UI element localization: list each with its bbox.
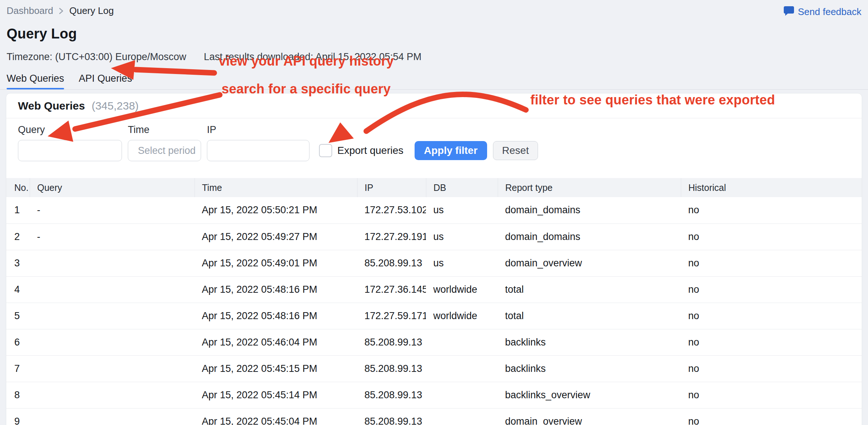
- ip-input[interactable]: [207, 140, 309, 161]
- meta-row: Timezone: (UTC+03:00) Europe/Moscow Last…: [0, 42, 868, 63]
- table-row: 3Apr 15, 2022 05:49:01 PM85.208.99.13usd…: [6, 250, 862, 276]
- table-cell: [426, 382, 498, 408]
- table-cell: backlinks: [498, 329, 681, 355]
- table-cell: 5: [6, 303, 30, 329]
- table-cell: 172.27.53.102: [357, 197, 426, 223]
- table-cell: [30, 303, 194, 329]
- table-cell: [426, 408, 498, 425]
- table-cell: Apr 15, 2022 05:49:27 PM: [194, 223, 357, 250]
- table-cell: [30, 355, 194, 382]
- filter-bar: Query Time Select period IP Export queri…: [6, 118, 862, 161]
- column-header-time: Time: [194, 178, 357, 197]
- queries-table: No.QueryTimeIPDBReport typeHistorical 1-…: [6, 178, 862, 425]
- filter-ip-field: IP: [207, 124, 309, 161]
- table-cell: worldwide: [426, 276, 498, 303]
- table-cell: domain_domains: [498, 223, 681, 250]
- export-queries-group: Export queries: [319, 144, 404, 157]
- send-feedback-label: Send feedback: [798, 6, 861, 18]
- table-cell: 172.27.36.145: [357, 276, 426, 303]
- column-header-no: No.: [6, 178, 30, 197]
- table-cell: Apr 15, 2022 05:48:16 PM: [194, 303, 357, 329]
- filter-ip-label: IP: [207, 124, 309, 136]
- breadcrumb-item-dashboard[interactable]: Dashboard: [7, 5, 53, 16]
- chevron-right-icon: [58, 7, 64, 15]
- filter-time-label: Time: [128, 124, 201, 136]
- table-cell: 9: [6, 408, 30, 425]
- table-cell: total: [498, 303, 681, 329]
- table-cell: Apr 15, 2022 05:45:14 PM: [194, 382, 357, 408]
- table-cell: no: [681, 355, 862, 382]
- table-cell: [30, 276, 194, 303]
- table-cell: Apr 15, 2022 05:48:16 PM: [194, 276, 357, 303]
- table-cell: no: [681, 197, 862, 223]
- table-cell: us: [426, 223, 498, 250]
- table-cell: us: [426, 197, 498, 223]
- apply-filter-button[interactable]: Apply filter: [415, 141, 487, 160]
- card-header: Web Queries (345,238): [6, 93, 862, 118]
- table-cell: no: [681, 303, 862, 329]
- table-cell: [426, 355, 498, 382]
- table-cell: 1: [6, 197, 30, 223]
- page-title: Query Log: [0, 19, 868, 42]
- table-cell: -: [30, 197, 194, 223]
- table-row: 5Apr 15, 2022 05:48:16 PM172.27.59.171wo…: [6, 303, 862, 329]
- column-header-report-type: Report type: [498, 178, 681, 197]
- tabs: Web Queries API Queries: [0, 73, 868, 90]
- table-cell: 4: [6, 276, 30, 303]
- table-row: 7Apr 15, 2022 05:45:15 PM85.208.99.13bac…: [6, 355, 862, 382]
- table-cell: Apr 15, 2022 05:50:21 PM: [194, 197, 357, 223]
- send-feedback-link[interactable]: Send feedback: [783, 5, 861, 19]
- table-cell: no: [681, 276, 862, 303]
- table-cell: backlinks: [498, 355, 681, 382]
- filter-time-field: Time Select period: [128, 124, 201, 161]
- time-period-placeholder: Select period: [138, 145, 196, 156]
- table-cell: 8: [6, 382, 30, 408]
- filter-query-field: Query: [18, 124, 122, 161]
- export-queries-checkbox[interactable]: [319, 144, 332, 157]
- table-cell: Apr 15, 2022 05:46:04 PM: [194, 329, 357, 355]
- table-cell: no: [681, 408, 862, 425]
- top-bar: Dashboard Query Log Send feedback: [0, 0, 868, 19]
- column-header-query: Query: [30, 178, 194, 197]
- table-cell: 85.208.99.13: [357, 382, 426, 408]
- table-cell: domain_overview: [498, 250, 681, 276]
- table-row: 6Apr 15, 2022 05:46:04 PM85.208.99.13bac…: [6, 329, 862, 355]
- last-results-label: Last results downloaded: April 15, 2022 …: [204, 51, 421, 63]
- table-cell: 85.208.99.13: [357, 355, 426, 382]
- table-cell: 172.27.59.171: [357, 303, 426, 329]
- table-row: 8Apr 15, 2022 05:45:14 PM85.208.99.13bac…: [6, 382, 862, 408]
- table-cell: [426, 329, 498, 355]
- table-cell: total: [498, 276, 681, 303]
- tabs-divider: [0, 89, 868, 90]
- table-cell: [30, 329, 194, 355]
- table-cell: -: [30, 223, 194, 250]
- breadcrumb: Dashboard Query Log: [7, 5, 114, 16]
- export-queries-label: Export queries: [337, 145, 404, 156]
- column-header-ip: IP: [357, 178, 426, 197]
- table-cell: 85.208.99.13: [357, 408, 426, 425]
- tab-api-queries[interactable]: API Queries: [79, 73, 132, 89]
- table-cell: 7: [6, 355, 30, 382]
- table-cell: Apr 15, 2022 05:45:15 PM: [194, 355, 357, 382]
- timezone-label: Timezone: (UTC+03:00) Europe/Moscow: [7, 51, 186, 63]
- breadcrumb-item-current: Query Log: [69, 5, 114, 16]
- column-header-db: DB: [426, 178, 498, 197]
- table-cell: 3: [6, 250, 30, 276]
- table-cell: 85.208.99.13: [357, 250, 426, 276]
- table-cell: domain_domains: [498, 197, 681, 223]
- table-row: 1-Apr 15, 2022 05:50:21 PM172.27.53.102u…: [6, 197, 862, 223]
- tab-web-queries[interactable]: Web Queries: [7, 73, 64, 89]
- table-row: 9Apr 15, 2022 05:45:04 PM85.208.99.13dom…: [6, 408, 862, 425]
- card-title: Web Queries: [18, 100, 85, 112]
- query-input[interactable]: [18, 140, 122, 161]
- table-cell: 2: [6, 223, 30, 250]
- time-period-select[interactable]: Select period: [128, 140, 201, 161]
- filter-query-label: Query: [18, 124, 122, 136]
- table-cell: backlinks_overview: [498, 382, 681, 408]
- table-cell: [30, 408, 194, 425]
- table-cell: worldwide: [426, 303, 498, 329]
- reset-button[interactable]: Reset: [493, 141, 538, 160]
- card-count: (345,238): [92, 100, 138, 112]
- web-queries-card: Web Queries (345,238) Query Time Select …: [6, 93, 862, 425]
- table-cell: no: [681, 223, 862, 250]
